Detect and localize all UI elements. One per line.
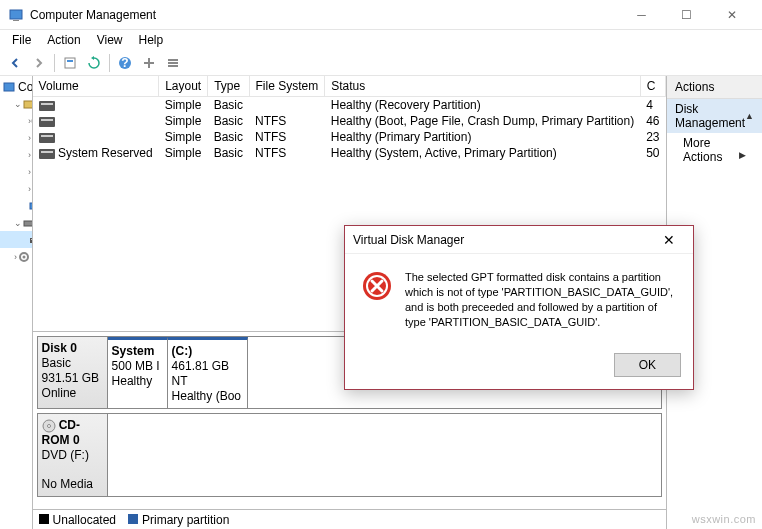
list-button[interactable] [162,52,184,74]
volume-row[interactable]: SimpleBasicHealthy (Recovery Partition)4 [33,97,666,114]
tree-local-users[interactable]: ›Local Users and Groups [0,163,32,180]
collapse-icon[interactable]: ⌄ [14,218,22,228]
svg-rect-7 [148,58,150,68]
tree-task-scheduler[interactable]: ›Task Scheduler [0,112,32,129]
tree-disk-management[interactable]: Disk Management [0,231,32,248]
actions-more[interactable]: More Actions ▶ [667,133,762,167]
minimize-button[interactable]: ─ [619,0,664,29]
toolbar-sep [54,54,55,72]
tree-system-tools[interactable]: ⌄ System Tools [0,95,32,112]
svg-rect-1 [13,20,19,21]
tree-panel: Computer Management (Local ⌄ System Tool… [0,76,33,529]
tree-device-manager[interactable]: Device Manager [0,197,32,214]
refresh-button[interactable] [83,52,105,74]
ok-button[interactable]: OK [614,353,681,377]
watermark: wsxwin.com [692,513,756,525]
volume-row[interactable]: System ReservedSimpleBasicNTFSHealthy (S… [33,145,666,161]
menu-view[interactable]: View [89,31,131,49]
tree-root[interactable]: Computer Management (Local [0,78,32,95]
titlebar: Computer Management ─ ☐ ✕ [0,0,762,30]
svg-rect-2 [65,58,75,68]
disk-icon [39,149,55,159]
dialog-message: The selected GPT formatted disk contains… [405,270,677,329]
svg-rect-9 [168,62,178,64]
disk-icon [39,117,55,127]
help-button[interactable]: ? [114,52,136,74]
error-icon [361,270,393,302]
legend: Unallocated Primary partition [33,509,666,529]
svg-rect-10 [168,65,178,67]
disk-icon [39,133,55,143]
menu-file[interactable]: File [4,31,39,49]
properties-button[interactable] [59,52,81,74]
svg-rect-3 [67,60,73,62]
app-icon [8,7,24,23]
disk-icon [39,101,55,111]
cdrom-label: CD-ROM 0 DVD (F:) No Media [38,414,108,496]
back-button[interactable] [4,52,26,74]
collapse-arrow-icon: ▲ [745,111,754,121]
svg-rect-8 [168,59,178,61]
svg-point-25 [47,425,50,428]
actions-header: Actions [667,76,762,99]
dialog-titlebar[interactable]: Virtual Disk Manager ✕ [345,226,693,254]
close-button[interactable]: ✕ [709,0,754,29]
svg-rect-0 [10,10,22,19]
maximize-button[interactable]: ☐ [664,0,709,29]
svg-rect-11 [4,83,14,91]
svg-rect-19 [24,221,33,226]
forward-button[interactable] [28,52,50,74]
dialog-title: Virtual Disk Manager [353,233,653,247]
partition-system[interactable]: System 500 MB I Healthy [108,337,168,408]
menu-action[interactable]: Action [39,31,88,49]
error-dialog: Virtual Disk Manager ✕ The selected GPT … [344,225,694,390]
submenu-arrow-icon: ▶ [739,150,746,160]
svg-rect-12 [24,101,33,108]
tree-services[interactable]: ›Services and Applications [0,248,32,265]
menubar: File Action View Help [0,30,762,50]
cdrom-icon [42,419,56,433]
col-layout[interactable]: Layout [159,76,208,97]
cdrom-empty [108,414,661,496]
actions-context[interactable]: Disk Management ▲ [667,99,762,133]
partition-c[interactable]: (C:) 461.81 GB NT Healthy (Boo [168,337,248,408]
col-fs[interactable]: File System [249,76,325,97]
legend-unallocated-swatch [39,514,49,524]
collapse-icon[interactable]: ⌄ [14,99,22,109]
window-title: Computer Management [30,8,619,22]
cdrom-row[interactable]: CD-ROM 0 DVD (F:) No Media [37,413,662,497]
col-volume[interactable]: Volume [33,76,159,97]
menu-help[interactable]: Help [131,31,172,49]
col-type[interactable]: Type [208,76,249,97]
volume-row[interactable]: SimpleBasicNTFSHealthy (Primary Partitio… [33,129,666,145]
svg-text:?: ? [121,56,128,70]
col-c[interactable]: C [640,76,665,97]
disk-0-label: Disk 0 Basic 931.51 GB Online [38,337,108,408]
tree-root-label: Computer Management (Local [18,80,33,94]
volume-row[interactable]: SimpleBasicNTFSHealthy (Boot, Page File,… [33,113,666,129]
legend-primary-swatch [128,514,138,524]
tree-storage[interactable]: ⌄Storage [0,214,32,231]
tree-event-viewer[interactable]: ›Event Viewer [0,129,32,146]
toolbar: ? [0,50,762,76]
tree-performance[interactable]: ›Performance [0,180,32,197]
dialog-close-button[interactable]: ✕ [653,232,685,248]
tree-shared-folders[interactable]: ›Shared Folders [0,146,32,163]
settings-button[interactable] [138,52,160,74]
toolbar-sep2 [109,54,110,72]
svg-point-23 [23,255,26,258]
col-status[interactable]: Status [325,76,640,97]
